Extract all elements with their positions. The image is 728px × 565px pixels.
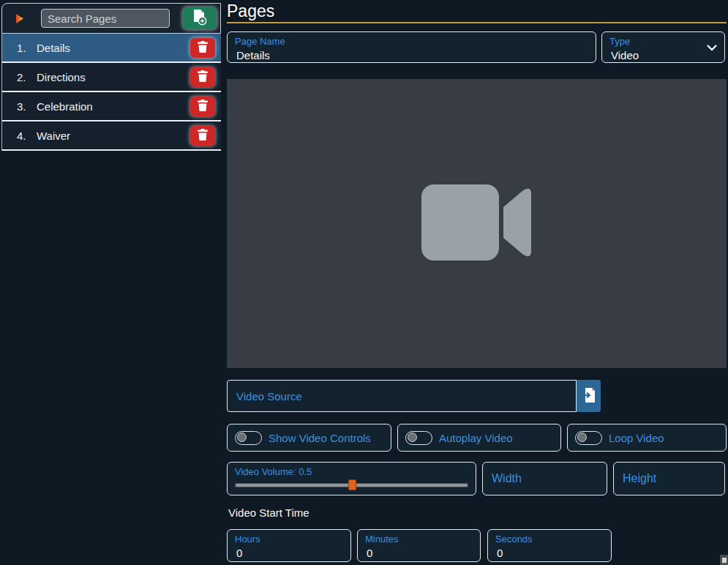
hours-field[interactable]: Hours 0 xyxy=(227,529,351,562)
video-camera-icon xyxy=(421,184,533,263)
scrollbar-corner-grip xyxy=(722,558,727,563)
height-field[interactable]: Height xyxy=(613,462,725,495)
minutes-field[interactable]: Minutes 0 xyxy=(357,529,481,562)
toggle-label: Autoplay Video xyxy=(439,432,513,444)
page-name-field[interactable]: Page Name Details xyxy=(227,31,596,63)
hours-value: 0 xyxy=(228,545,350,559)
minutes-value: 0 xyxy=(358,545,480,559)
delete-page-button[interactable] xyxy=(190,67,215,87)
seconds-value: 0 xyxy=(488,545,611,559)
item-number: 3. xyxy=(17,100,37,113)
autoplay-video-toggle[interactable]: Autoplay Video xyxy=(397,424,561,452)
video-volume-field: Video Volume: 0.5 xyxy=(227,462,476,495)
trash-icon xyxy=(198,100,208,113)
trash-icon xyxy=(198,129,208,143)
seconds-label: Seconds xyxy=(488,530,611,545)
type-value: Video xyxy=(602,47,724,61)
page-title: Pages xyxy=(227,1,274,21)
item-number: 2. xyxy=(17,71,37,83)
search-pages-input[interactable] xyxy=(41,9,170,28)
video-source-field[interactable]: Video Source xyxy=(227,380,577,412)
page-list: 1. Details 2. Directions xyxy=(1,34,221,151)
sidebar-item-waiver[interactable]: 4. Waiver xyxy=(2,121,221,151)
height-label: Height xyxy=(623,472,656,485)
title-underline xyxy=(227,22,727,23)
page-name-label: Page Name xyxy=(228,32,596,47)
sidebar-item-celebration[interactable]: 3. Celebration xyxy=(2,92,221,121)
hours-label: Hours xyxy=(228,530,350,545)
width-label: Width xyxy=(492,472,522,485)
trash-icon xyxy=(198,70,208,84)
toggle-off-icon xyxy=(235,431,262,445)
browse-video-source-button[interactable] xyxy=(577,380,601,412)
seconds-field[interactable]: Seconds 0 xyxy=(487,529,612,562)
sidebar-item-directions[interactable]: 2. Directions xyxy=(2,63,221,92)
volume-slider-thumb[interactable] xyxy=(348,479,356,490)
toggle-label: Show Video Controls xyxy=(269,432,371,444)
video-preview-placeholder xyxy=(227,79,727,368)
video-source-row: Video Source xyxy=(227,380,601,412)
item-number: 4. xyxy=(17,130,37,142)
chevron-down-icon xyxy=(707,41,717,54)
sidebar-item-details[interactable]: 1. Details xyxy=(2,34,221,63)
document-plus-icon xyxy=(192,10,207,28)
toggle-off-icon xyxy=(575,431,602,445)
minutes-label: Minutes xyxy=(358,530,480,545)
scrollbar-corner[interactable] xyxy=(720,555,728,565)
pages-sidebar: 1. Details 2. Directions xyxy=(1,3,221,151)
video-source-label: Video Source xyxy=(236,390,302,403)
item-label: Directions xyxy=(37,71,86,83)
item-label: Details xyxy=(37,42,70,54)
item-number: 1. xyxy=(17,42,37,54)
type-label: Type xyxy=(602,32,724,47)
video-start-time-heading: Video Start Time xyxy=(228,506,309,519)
loop-video-toggle[interactable]: Loop Video xyxy=(567,424,727,452)
delete-page-button[interactable] xyxy=(190,126,215,146)
item-label: Waiver xyxy=(37,130,70,142)
pages-panel: Pages Page Name Details Type Video xyxy=(227,0,728,565)
file-import-icon xyxy=(582,387,596,405)
toggle-off-icon xyxy=(405,431,432,445)
delete-page-button[interactable] xyxy=(190,97,215,116)
toggle-label: Loop Video xyxy=(609,432,664,444)
page-name-value: Details xyxy=(228,47,596,61)
show-video-controls-toggle[interactable]: Show Video Controls xyxy=(227,424,391,452)
collapse-sidebar-arrow-icon[interactable] xyxy=(15,13,24,24)
item-label: Celebration xyxy=(37,100,93,113)
type-select[interactable]: Type Video xyxy=(601,31,725,63)
video-volume-label: Video Volume: 0.5 xyxy=(228,463,476,477)
width-field[interactable]: Width xyxy=(482,462,607,495)
delete-page-button[interactable] xyxy=(190,38,215,58)
volume-slider[interactable] xyxy=(235,483,468,487)
sidebar-header xyxy=(1,3,221,34)
add-page-button[interactable] xyxy=(183,7,217,29)
trash-icon xyxy=(198,41,208,55)
